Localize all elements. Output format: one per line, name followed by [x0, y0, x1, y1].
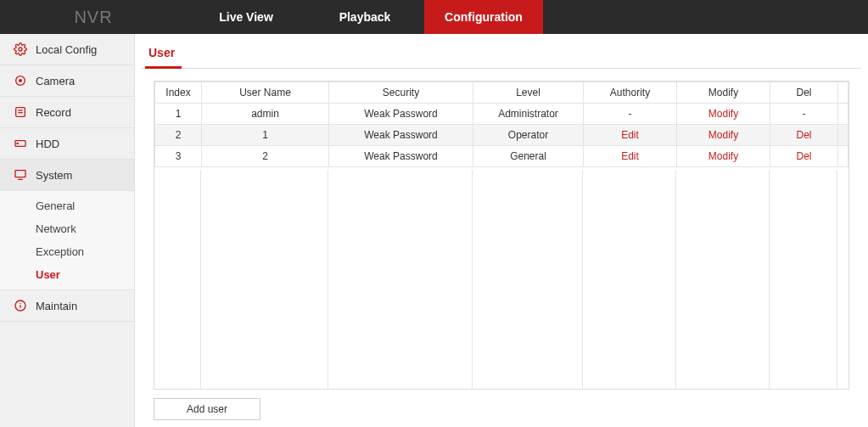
cell-del[interactable]: Del	[770, 125, 838, 146]
camera-icon	[12, 74, 29, 87]
cell-del: -	[770, 104, 838, 125]
sidebar-item-label: System	[36, 169, 72, 182]
th-security: Security	[329, 82, 473, 104]
cell-authority[interactable]: Edit	[584, 146, 677, 167]
cell-index: 1	[155, 104, 202, 125]
cell-authority[interactable]: Edit	[584, 125, 677, 146]
svg-point-7	[17, 143, 18, 143]
info-icon	[12, 299, 29, 312]
sidebar-item-hdd[interactable]: HDD	[0, 128, 134, 160]
cell-username: 2	[202, 146, 329, 167]
sidebar: Local Config Camera Record HDD System	[0, 34, 135, 427]
cell-level: Operator	[473, 125, 584, 146]
svg-point-12	[20, 303, 20, 304]
top-nav: Live View Playback Configuration	[187, 0, 543, 34]
content-area: User Index User Name Security Level Auth…	[135, 34, 868, 427]
nav-configuration[interactable]: Configuration	[424, 0, 543, 34]
nav-playback[interactable]: Playback	[305, 0, 424, 34]
cell-index: 2	[155, 125, 202, 146]
th-username: User Name	[202, 82, 329, 104]
sidebar-item-record[interactable]: Record	[0, 97, 134, 128]
th-del: Del	[770, 82, 838, 104]
sidebar-item-camera[interactable]: Camera	[0, 65, 134, 97]
sidebar-item-label: Local Config	[36, 43, 97, 56]
svg-rect-8	[15, 171, 25, 177]
th-authority: Authority	[584, 82, 677, 104]
sidebar-system-submenu: General Network Exception User	[0, 191, 134, 290]
brand-logo: NVR	[0, 0, 187, 34]
add-user-button[interactable]: Add user	[154, 398, 260, 420]
user-table-wrap: Index User Name Security Level Authority…	[154, 81, 849, 390]
sidebar-item-local-config[interactable]: Local Config	[0, 34, 134, 65]
user-table: Index User Name Security Level Authority…	[154, 81, 848, 167]
sidebar-sub-network[interactable]: Network	[0, 217, 134, 240]
sidebar-item-label: Record	[36, 106, 71, 119]
cell-modify[interactable]: Modify	[677, 104, 770, 125]
sidebar-item-label: Maintain	[36, 300, 77, 312]
cell-modify[interactable]: Modify	[677, 125, 770, 146]
sidebar-sub-general[interactable]: General	[0, 194, 134, 217]
th-modify: Modify	[677, 82, 770, 104]
sidebar-item-label: HDD	[36, 138, 59, 150]
table-grid-fill	[154, 170, 848, 389]
table-row[interactable]: 1adminWeak PasswordAdministrator-Modify-	[155, 104, 848, 125]
page-title: User	[145, 42, 182, 69]
sidebar-item-maintain[interactable]: Maintain	[0, 290, 134, 322]
gear-icon	[12, 42, 29, 56]
hdd-icon	[12, 137, 29, 150]
cell-security: Weak Password	[329, 125, 473, 146]
cell-index: 3	[155, 146, 202, 167]
cell-security: Weak Password	[329, 146, 473, 167]
sidebar-sub-user[interactable]: User	[0, 263, 134, 286]
cell-spacer	[838, 125, 848, 146]
svg-point-2	[19, 79, 22, 82]
sidebar-sub-exception[interactable]: Exception	[0, 240, 134, 263]
cell-del[interactable]: Del	[770, 146, 838, 167]
th-spacer	[838, 82, 848, 104]
cell-username: admin	[202, 104, 329, 125]
page-title-wrap: User	[142, 41, 861, 69]
sidebar-item-system[interactable]: System	[0, 160, 134, 191]
cell-level: Administrator	[473, 104, 584, 125]
cell-modify[interactable]: Modify	[677, 146, 770, 167]
cell-security: Weak Password	[329, 104, 473, 125]
table-row[interactable]: 21Weak PasswordOperatorEditModifyDel	[155, 125, 848, 146]
nav-live-view[interactable]: Live View	[187, 0, 305, 34]
th-level: Level	[473, 82, 584, 104]
record-icon	[12, 105, 29, 119]
table-row[interactable]: 32Weak PasswordGeneralEditModifyDel	[155, 146, 848, 167]
svg-point-0	[19, 48, 22, 51]
cell-username: 1	[202, 125, 329, 146]
cell-authority: -	[584, 104, 677, 125]
sidebar-item-label: Camera	[36, 75, 75, 87]
table-header-row: Index User Name Security Level Authority…	[155, 82, 848, 104]
cell-spacer	[838, 104, 848, 125]
th-index: Index	[155, 82, 202, 104]
cell-spacer	[838, 146, 848, 167]
cell-level: General	[473, 146, 584, 167]
monitor-icon	[12, 168, 29, 182]
